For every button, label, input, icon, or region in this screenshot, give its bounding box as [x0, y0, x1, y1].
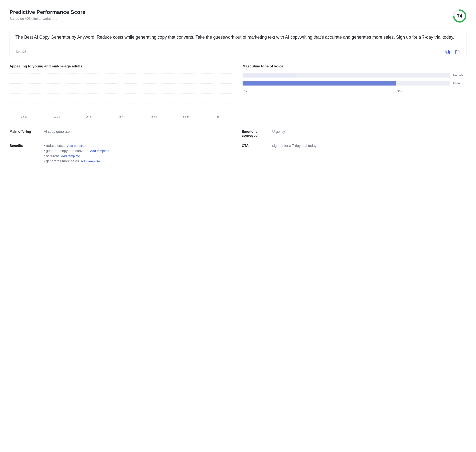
tone-bar-label: Female	[453, 74, 466, 77]
char-count: 224/125	[15, 50, 26, 53]
age-chart-title: Appealing to young and middle-age adults	[10, 64, 233, 68]
add-template-link[interactable]: Add template	[81, 160, 100, 163]
main-offering-label: Main offering	[10, 130, 40, 138]
svg-rect-2	[447, 51, 450, 54]
emotions-value: Urgency	[272, 130, 466, 138]
benefit-text: • reduce costs	[44, 144, 65, 148]
benefits-label: Benefits	[10, 144, 40, 164]
benefit-text: • accurate	[44, 154, 59, 158]
page-subtitle: Based on 405 similar variations	[10, 17, 85, 21]
emotions-label: Emotions conveyed	[242, 130, 268, 138]
tone-bar-label: Male	[453, 82, 466, 85]
age-bar-label: 35-44	[107, 115, 136, 118]
main-offering-value: AI copy generator	[44, 130, 238, 138]
add-template-link[interactable]: Add template	[61, 154, 80, 158]
benefit-text: • generate copy that converts	[44, 149, 88, 153]
age-bar-label: 45-54	[139, 115, 169, 118]
svg-rect-3	[446, 50, 449, 53]
tone-bar	[243, 81, 396, 86]
copy-text[interactable]: The Best AI Copy Generator by Anyword. R…	[15, 34, 461, 40]
age-bar-label: 13-17	[10, 115, 39, 118]
save-icon[interactable]	[455, 49, 461, 55]
age-bar-label: 65+	[204, 115, 233, 118]
benefits-list: • reduce costsAdd template• generate cop…	[44, 144, 238, 164]
add-template-link[interactable]: Add template	[90, 149, 109, 153]
copy-card: The Best AI Copy Generator by Anyword. R…	[10, 29, 466, 59]
score-value: 74	[453, 9, 466, 23]
age-bar-chart	[10, 73, 233, 113]
age-bar-label: 25-34	[74, 115, 104, 118]
page-title: Predictive Performance Score	[10, 9, 85, 15]
tone-bar-chart: FemaleMale	[243, 73, 466, 86]
benefit-text: • generates more sales	[44, 159, 79, 163]
tone-bar	[243, 73, 297, 78]
svg-point-4	[457, 52, 458, 53]
cta-value: sign up for a 7-day trial today	[272, 144, 466, 164]
age-bar-label: 18-24	[42, 115, 71, 118]
tone-axis-tick: 74%	[396, 89, 402, 93]
copy-icon[interactable]	[445, 49, 451, 55]
score-ring: 74	[453, 9, 466, 23]
age-bar-label: 55-64	[172, 115, 201, 118]
tone-chart-title: Masculine tone of voice	[243, 64, 466, 68]
cta-label: CTA	[242, 144, 268, 164]
add-template-link[interactable]: Add template	[67, 144, 86, 148]
tone-axis-tick: 0%	[243, 89, 247, 93]
